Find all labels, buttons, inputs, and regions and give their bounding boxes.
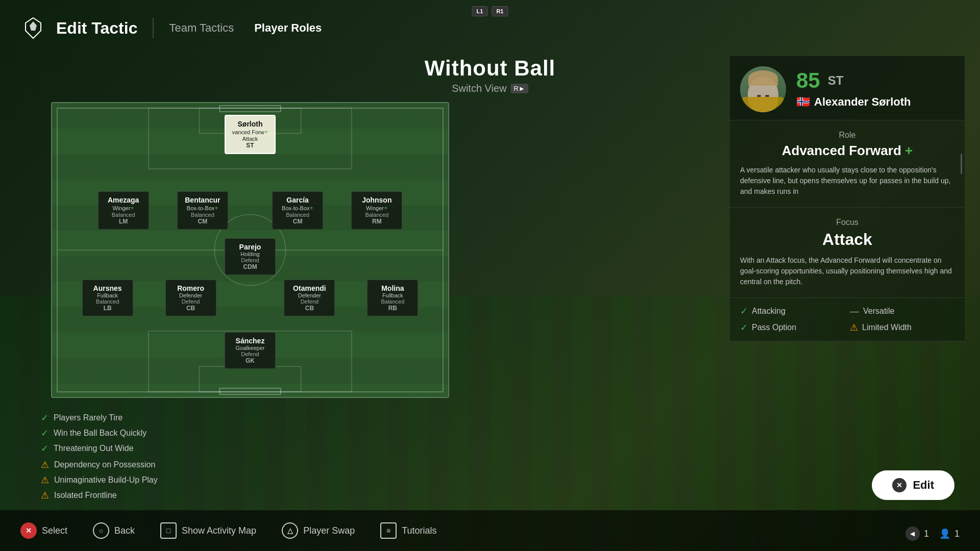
action-back-label: Back (114, 525, 135, 536)
nav-player-roles[interactable]: Player Roles (254, 21, 322, 35)
action-swap-label: Player Swap (303, 525, 355, 536)
player-name-johnson: Johnson (358, 196, 396, 204)
player-name-parejo: Parejo (231, 243, 269, 251)
focus-label: Focus (740, 218, 954, 227)
player-pos-otamendi: CB (290, 305, 328, 312)
action-player-swap[interactable]: △ Player Swap (282, 522, 355, 539)
player-duty-sanchez: Defend (231, 351, 269, 357)
player-role-amezaga: Winger+ (105, 204, 142, 212)
attr-pass-option: ✓ Pass Option (740, 322, 845, 333)
attr-icon-pass-option: ✓ (740, 322, 748, 333)
player-pos-garcia: CM (279, 218, 316, 225)
player-role-otamendi: Defender (290, 292, 328, 298)
btn-square-icon: □ (160, 522, 177, 539)
player-card-garcia[interactable]: García Box-to-Box+ Balanced CM (272, 191, 323, 230)
nav-page-num: 1 (924, 529, 929, 539)
edit-button-label: Edit (913, 479, 934, 492)
header-divider (153, 18, 154, 38)
player-card-romero[interactable]: Romero Defender Defend CB (165, 280, 216, 316)
page-title: Edit Tactic (56, 19, 137, 38)
pro-item-1: ✓ Players Rarely Tire (41, 412, 158, 423)
player-avatar (740, 66, 786, 112)
player-role-sanchez: Goalkeeper (231, 345, 269, 351)
btn-circle-icon: ○ (93, 522, 109, 539)
player-pos-bentancur: CM (184, 218, 222, 225)
attr-limited-width: ⚠ Limited Width (850, 322, 954, 333)
player-name-sanchez: Sánchez (231, 337, 269, 345)
player-duty-amezaga: Balanced (105, 212, 142, 218)
con-icon-1: ⚠ (41, 459, 49, 470)
pro-icon-1: ✓ (41, 412, 48, 423)
con-item-1: ⚠ Dependency on Possession (41, 459, 158, 470)
attr-icon-limited-width: ⚠ (850, 322, 858, 333)
con-text-3: Isolated Frontline (54, 491, 117, 500)
player-role-garcia: Box-to-Box+ (279, 204, 316, 212)
player-pos-parejo: CDM (231, 263, 269, 270)
action-tutorials-label: Tutorials (402, 525, 436, 536)
player-duty-garcia: Balanced (279, 212, 316, 218)
player-name-amezaga: Amezaga (105, 196, 142, 204)
attr-icon-versatile: — (850, 306, 859, 317)
player-card-molina[interactable]: Molina Fullback Balanced RB (367, 280, 418, 316)
action-activity-map[interactable]: □ Show Activity Map (160, 522, 256, 539)
player-pos-romero: CB (172, 305, 210, 312)
player-duty-molina: Balanced (374, 298, 411, 305)
bottom-bar: ✕ Select ○ Back □ Show Activity Map △ Pl… (0, 510, 980, 551)
player-name-otamendi: Otamendi (290, 284, 328, 292)
player-role-sorloth: vanced Forw+ (232, 128, 268, 136)
player-card-bentancur[interactable]: Bentancur Box-to-Box+ Balanced CM (177, 191, 228, 230)
pro-text-3: Threatening Out Wide (54, 444, 134, 453)
focus-section: Focus Attack With an Attack focus, the A… (730, 208, 965, 298)
edit-button[interactable]: ✕ Edit (872, 470, 954, 500)
player-name-sorloth: Sørloth (232, 120, 268, 128)
section-title: Without Ball (425, 56, 556, 81)
pro-text-1: Players Rarely Tire (54, 413, 122, 422)
role-section: Role Advanced Forward + A versatile atta… (730, 120, 965, 208)
edit-button-x-icon: ✕ (892, 478, 906, 492)
con-item-2: ⚠ Unimaginative Build-Up Play (41, 474, 158, 486)
player-card-aursnes[interactable]: Aursnes Fullback Balanced LB (82, 280, 133, 316)
role-description: A versatile attacker who usually stays c… (740, 165, 954, 197)
player-duty-bentancur: Balanced (184, 212, 222, 218)
action-tutorials[interactable]: ≡ Tutorials (380, 522, 436, 539)
player-card-sorloth[interactable]: Sørloth vanced Forw+ Attack ST (225, 115, 276, 154)
player-duty-romero: Defend (172, 298, 210, 305)
bottom-right-nav: ◀ 1 👤 1 (905, 527, 960, 541)
player-flag: 🇳🇴 (796, 95, 810, 109)
player-name-romero: Romero (172, 284, 210, 292)
player-card-sanchez[interactable]: Sánchez Goalkeeper Defend GK (225, 332, 276, 369)
pro-icon-2: ✓ (41, 428, 48, 439)
role-name: Advanced Forward + (740, 143, 954, 159)
player-name-aursnes: Aursnes (89, 284, 127, 292)
player-name-garcia: García (279, 196, 316, 204)
player-name-bentancur: Bentancur (184, 196, 222, 204)
player-rating: 85 (796, 70, 820, 91)
nav-team-tactics[interactable]: Team Tactics (169, 21, 234, 35)
attr-attacking: ✓ Attacking (740, 306, 845, 317)
player-info-right: 85 ST 🇳🇴 Alexander Sørloth (796, 70, 954, 109)
player-duty-johnson: Balanced (358, 212, 396, 218)
nav-page-counter: ◀ 1 (905, 527, 929, 541)
con-icon-3: ⚠ (41, 490, 49, 501)
player-duty-otamendi: Defend (290, 298, 328, 305)
btn-book-icon: ≡ (380, 522, 397, 539)
player-role-johnson: Winger+ (358, 204, 396, 212)
player-card-amezaga[interactable]: Amezaga Winger+ Balanced LM (98, 191, 149, 230)
player-duty-aursnes: Balanced (89, 298, 127, 305)
action-select[interactable]: ✕ Select (20, 522, 67, 539)
player-card-otamendi[interactable]: Otamendi Defender Defend CB (284, 280, 335, 316)
player-card-parejo[interactable]: Parejo Holding Defend CDM (225, 238, 276, 275)
player-name-molina: Molina (374, 284, 411, 292)
header: Edit Tactic Team Tactics Player Roles (0, 0, 980, 56)
player-card-johnson[interactable]: Johnson Winger+ Balanced RM (351, 191, 402, 230)
player-full-name: Alexander Sørloth (814, 95, 911, 109)
nav-arrow-left[interactable]: ◀ (905, 527, 920, 541)
pitch-container: Sørloth vanced Forw+ Attack ST Amezaga W… (51, 102, 449, 398)
action-back[interactable]: ○ Back (93, 522, 135, 539)
attr-versatile: — Versatile (850, 306, 954, 317)
pro-item-2: ✓ Win the Ball Back Quickly (41, 428, 158, 439)
player-pos-sorloth: ST (232, 142, 268, 149)
switch-view[interactable]: Switch View R► (452, 83, 528, 94)
player-role-romero: Defender (172, 292, 210, 298)
pro-item-3: ✓ Threatening Out Wide (41, 443, 158, 454)
